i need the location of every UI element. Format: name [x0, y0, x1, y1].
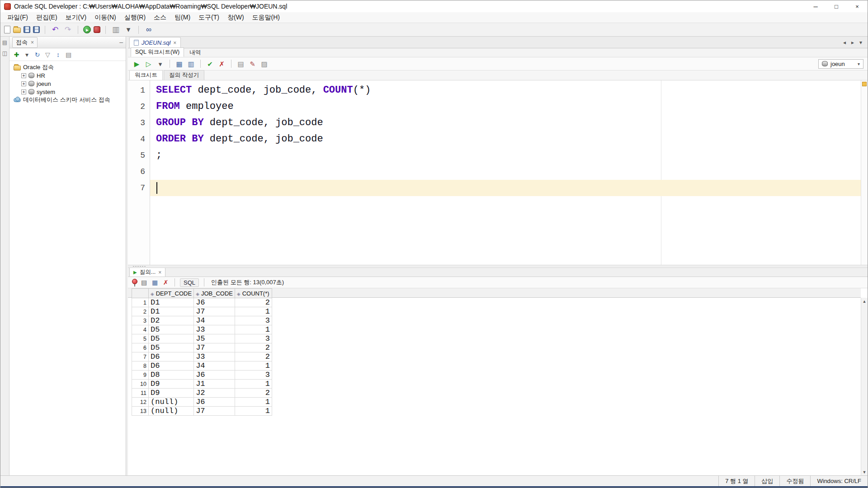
- minimize-panel-icon[interactable]: ─: [119, 40, 123, 45]
- menu-item[interactable]: 보기(V): [61, 13, 91, 23]
- print-icon[interactable]: ▤: [140, 278, 148, 287]
- column-header[interactable]: ◈DEPT_CODE: [149, 289, 194, 298]
- clear-icon[interactable]: ✎: [248, 59, 257, 69]
- editor-tab[interactable]: JOEUN.sql ×: [129, 37, 181, 48]
- search-icon[interactable]: ∞: [144, 25, 154, 35]
- grid-cell[interactable]: J7: [194, 407, 235, 416]
- grid-cell[interactable]: J6: [194, 371, 235, 380]
- grid-cell[interactable]: D1: [149, 307, 194, 316]
- add-connection-icon[interactable]: ✚: [12, 50, 21, 59]
- sql-label[interactable]: SQL: [180, 278, 199, 287]
- grid-cell[interactable]: J3: [194, 352, 235, 361]
- refresh-icon[interactable]: ↻: [33, 50, 42, 59]
- menu-item[interactable]: 이동(N): [90, 13, 120, 23]
- tab-sql-worksheet[interactable]: SQL 워크시트(W): [131, 47, 184, 57]
- redo-icon[interactable]: ↷: [63, 25, 73, 35]
- grid-cell[interactable]: J5: [194, 334, 235, 343]
- connection-selector[interactable]: joeun ▾: [818, 59, 863, 69]
- menu-item[interactable]: 도움말(H): [248, 13, 284, 23]
- grid-cell[interactable]: 1: [235, 307, 272, 316]
- navigate-back-icon[interactable]: [83, 26, 91, 33]
- connections-tab[interactable]: 접속 ×: [12, 37, 38, 48]
- dock-layout-icon[interactable]: ◫: [2, 50, 7, 56]
- pin-icon[interactable]: [132, 279, 137, 284]
- close-button[interactable]: ×: [847, 0, 868, 12]
- grid-cell[interactable]: J6: [194, 398, 235, 407]
- tab-nav-forward-icon[interactable]: ▸: [851, 39, 854, 46]
- grid-cell[interactable]: J6: [194, 298, 235, 307]
- filter-icon[interactable]: ▽: [43, 50, 52, 59]
- collapse-all-icon[interactable]: ▤: [64, 50, 73, 59]
- tab-query-builder[interactable]: 질의 작성기: [164, 70, 204, 80]
- results-splitter[interactable]: [128, 265, 868, 268]
- menu-item[interactable]: 파일(F): [3, 13, 32, 23]
- grid-cell[interactable]: 2: [235, 389, 272, 398]
- results-tab-close-icon[interactable]: ×: [158, 269, 161, 276]
- minimize-button[interactable]: ─: [805, 0, 826, 12]
- sort-icon[interactable]: ↕: [54, 50, 62, 59]
- grid-cell[interactable]: D2: [149, 316, 194, 325]
- scroll-up-icon[interactable]: ▲: [863, 298, 867, 305]
- grid-cell[interactable]: J1: [194, 380, 235, 389]
- add-connection-dropdown-icon[interactable]: ▾: [23, 50, 31, 59]
- grid-cell[interactable]: D6: [149, 352, 194, 361]
- window-layout-icon[interactable]: ▥: [111, 25, 121, 35]
- menu-item[interactable]: 팀(M): [170, 13, 194, 23]
- grid-cell[interactable]: D1: [149, 298, 194, 307]
- maximize-button[interactable]: □: [826, 0, 847, 12]
- restore-panel-icon[interactable]: ▤: [2, 39, 7, 46]
- grid-cell[interactable]: D6: [149, 361, 194, 371]
- column-header[interactable]: ◈COUNT(*): [235, 289, 272, 298]
- grid-cell[interactable]: J7: [194, 307, 235, 316]
- tab-worksheet[interactable]: 워크시트: [129, 70, 163, 80]
- tree-item[interactable]: Oracle 접속: [9, 63, 126, 71]
- grid-cell[interactable]: D5: [149, 343, 194, 352]
- expand-icon[interactable]: +: [21, 89, 26, 94]
- grid-cell[interactable]: 1: [235, 361, 272, 371]
- rollback-icon[interactable]: ✗: [217, 59, 226, 69]
- grid-cell[interactable]: (null): [149, 398, 194, 407]
- grid-cell[interactable]: 2: [235, 343, 272, 352]
- grid-cell[interactable]: J3: [194, 325, 235, 334]
- results-tab[interactable]: ▶ 질의... ×: [129, 267, 165, 277]
- new-file-icon[interactable]: [4, 26, 10, 33]
- grid-cell[interactable]: 3: [235, 316, 272, 325]
- explain-plan-icon[interactable]: ▦: [175, 59, 184, 69]
- grid-cell[interactable]: D5: [149, 334, 194, 343]
- undo-icon[interactable]: ↶: [50, 25, 60, 35]
- menu-item[interactable]: 소스: [150, 13, 170, 23]
- grid-cell[interactable]: J7: [194, 343, 235, 352]
- menu-item[interactable]: 편집(E): [32, 13, 61, 23]
- grid-cell[interactable]: (null): [149, 407, 194, 416]
- editor-tab-close-icon[interactable]: ×: [173, 40, 176, 46]
- save-all-icon[interactable]: [33, 26, 40, 33]
- tree-item[interactable]: +system: [9, 88, 126, 96]
- run-statement-icon[interactable]: ▶: [132, 59, 142, 69]
- tab-nav-back-icon[interactable]: ◂: [843, 39, 846, 46]
- toolbar-dropdown-icon[interactable]: ▾: [123, 25, 133, 35]
- expand-icon[interactable]: +: [21, 73, 26, 78]
- commit-icon[interactable]: ✔: [205, 59, 215, 69]
- save-icon[interactable]: [24, 26, 30, 33]
- grid-cell[interactable]: 1: [235, 398, 272, 407]
- history-icon[interactable]: ▨: [259, 59, 269, 69]
- scroll-down-icon[interactable]: ▼: [863, 469, 867, 475]
- column-header[interactable]: ◈JOB_CODE: [194, 289, 235, 298]
- tab-history[interactable]: 내역: [185, 48, 205, 57]
- run-dropdown-icon[interactable]: ▾: [156, 59, 165, 69]
- grid-cell[interactable]: J4: [194, 316, 235, 325]
- code-editor[interactable]: SELECT dept_code, job_code, COUNT(*)FROM…: [150, 80, 861, 265]
- tab-list-icon[interactable]: ▾: [859, 39, 862, 46]
- close-icon[interactable]: ×: [31, 39, 34, 46]
- grid-cell[interactable]: 2: [235, 352, 272, 361]
- grid-cell[interactable]: 3: [235, 334, 272, 343]
- unshared-worksheet-icon[interactable]: ▤: [236, 59, 245, 69]
- grid-cell[interactable]: D5: [149, 325, 194, 334]
- grid-cell[interactable]: D8: [149, 371, 194, 380]
- grid-cell[interactable]: J2: [194, 389, 235, 398]
- delete-icon[interactable]: ✗: [161, 278, 170, 287]
- menu-item[interactable]: 실행(R): [120, 13, 150, 23]
- tree-item[interactable]: +joeun: [9, 80, 126, 88]
- menu-item[interactable]: 창(W): [223, 13, 248, 23]
- results-scrollbar[interactable]: ▲ ▼: [861, 298, 868, 475]
